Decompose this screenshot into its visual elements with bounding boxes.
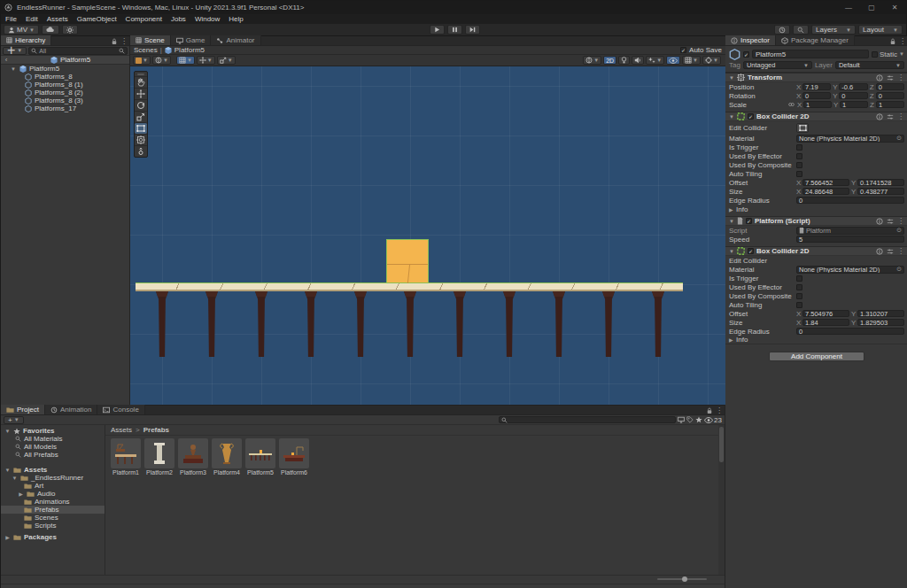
search-by-type-icon[interactable] <box>678 416 685 423</box>
tree-prefabs[interactable]: Prefabs <box>1 506 105 514</box>
tag-dropdown[interactable]: Untagged▼ <box>743 61 812 69</box>
menu-assets[interactable]: Assets <box>43 15 73 23</box>
platform-pillar[interactable] <box>205 291 218 357</box>
menu-help[interactable]: Help <box>224 15 247 23</box>
help-icon[interactable] <box>876 218 883 225</box>
menu-window[interactable]: Window <box>190 15 224 23</box>
tree-all-materials[interactable]: All Materials <box>1 435 105 443</box>
tab-console[interactable]: Console <box>97 405 144 414</box>
draw-mode-button[interactable]: ▼ <box>583 56 601 65</box>
layout-dropdown[interactable]: Layout▼ <box>858 25 903 35</box>
tree-favorites[interactable]: ▼Favorites <box>1 427 105 435</box>
is-trigger-checkbox[interactable] <box>796 275 802 282</box>
preset-icon[interactable] <box>887 113 894 120</box>
help-icon[interactable] <box>876 248 883 255</box>
used-by-composite-checkbox[interactable] <box>796 162 802 168</box>
tab-inspector[interactable]: Inspector <box>725 35 776 45</box>
material-object-field[interactable]: None (Physics Material 2D)⊙ <box>796 135 904 143</box>
offset-y-field[interactable]: 1.310207 <box>857 310 904 317</box>
play-button[interactable] <box>430 25 445 35</box>
platform-pillar[interactable] <box>255 291 267 357</box>
measure-button[interactable]: ▼ <box>217 56 236 65</box>
position-y-field[interactable]: -0.6 <box>839 83 867 90</box>
component-menu-icon[interactable]: ⋮ <box>897 217 904 225</box>
hierarchy-search-input[interactable]: All <box>28 47 128 55</box>
used-by-effector-checkbox[interactable] <box>796 153 802 159</box>
hierarchy-lock-icon[interactable] <box>112 38 117 45</box>
tree-all-models[interactable]: All Models <box>1 443 105 451</box>
pause-button[interactable] <box>447 25 462 35</box>
component-menu-icon[interactable]: ⋮ <box>897 74 904 81</box>
box-collider-1-header[interactable]: ▼ ✓ Box Collider 2D ⋮ <box>725 112 907 121</box>
project-lock-icon[interactable] <box>707 407 712 414</box>
platform-pillar[interactable] <box>156 291 168 357</box>
hierarchy-add-button[interactable]: +▼ <box>3 47 27 55</box>
hierarchy-item-platforms8-1[interactable]: Platforms_8 (1) <box>1 81 129 89</box>
view-hand-tool[interactable] <box>135 76 147 88</box>
breadcrumb-scenes[interactable]: Scenes <box>134 46 158 54</box>
hierarchy-menu-icon[interactable]: ⋮ <box>120 37 128 45</box>
scene-lighting-button[interactable] <box>618 56 630 65</box>
platform-pillar[interactable] <box>652 291 664 357</box>
offset-x-field[interactable]: 7.504976 <box>802 310 849 317</box>
scale-y-field[interactable]: 1 <box>840 101 868 108</box>
search-filter-icon[interactable] <box>119 48 125 54</box>
auto-tiling-checkbox[interactable] <box>796 302 802 308</box>
scale-tool[interactable] <box>135 111 147 122</box>
scale-z-field[interactable]: 1 <box>876 101 904 108</box>
info-foldout[interactable]: ▶Info <box>725 336 907 344</box>
inspector-lock-icon[interactable] <box>890 38 895 45</box>
platform-pillar[interactable] <box>404 291 416 357</box>
crate-object[interactable] <box>386 239 429 282</box>
search-by-label-icon[interactable] <box>686 416 694 423</box>
edge-radius-field[interactable]: 0 <box>796 197 904 204</box>
add-component-button[interactable]: Add Component <box>769 352 864 361</box>
menu-file[interactable]: File <box>1 15 21 23</box>
hidden-count-toggle[interactable]: 23 <box>704 416 722 424</box>
edge-radius-field[interactable]: 0 <box>796 328 904 335</box>
tree-assets[interactable]: ▼Assets <box>1 466 105 474</box>
tool-handle-rotation-button[interactable]: ▼ <box>152 56 171 65</box>
tool-handle-position-button[interactable]: ▼ <box>133 56 151 65</box>
layer-dropdown[interactable]: Default▼ <box>835 61 904 69</box>
menu-component[interactable]: Component <box>121 15 167 23</box>
asset-platform5[interactable]: Platform5 <box>244 438 276 476</box>
save-search-star-icon[interactable] <box>695 416 702 423</box>
gameobject-cube-icon[interactable] <box>729 49 740 60</box>
hierarchy-item-platforms8-2[interactable]: Platforms_8 (2) <box>1 89 129 97</box>
scale-x-field[interactable]: 1 <box>803 101 832 108</box>
grid-snapping-button[interactable]: ▼ <box>176 56 195 65</box>
scene-canvas[interactable] <box>130 66 725 405</box>
static-checkbox[interactable] <box>872 51 878 58</box>
scene-visibility-button[interactable] <box>666 56 680 65</box>
tab-package-manager[interactable]: Package Manager <box>776 35 855 45</box>
tree-scenes[interactable]: Scenes <box>1 514 105 522</box>
auto-save-checkbox[interactable]: ✓ <box>680 47 686 53</box>
grid-visual-button[interactable]: ▼ <box>682 56 701 65</box>
snap-increment-button[interactable]: ▼ <box>197 56 215 65</box>
breadcrumb-platform5[interactable]: Platform5 <box>174 46 205 54</box>
tree-packages[interactable]: ▶Packages <box>1 533 105 541</box>
material-object-field[interactable]: None (Physics Material 2D)⊙ <box>796 266 904 274</box>
menu-edit[interactable]: Edit <box>21 15 43 23</box>
offset-x-field[interactable]: 7.566452 <box>802 179 849 186</box>
rotate-tool[interactable] <box>135 99 147 111</box>
minimize-button[interactable]: — <box>837 1 860 14</box>
tree-endlessrunner[interactable]: ▼_EndlessRunner <box>1 474 105 482</box>
asset-platform3[interactable]: Platform3 <box>177 438 209 476</box>
scene-audio-button[interactable] <box>632 56 644 65</box>
project-search-input[interactable] <box>499 416 676 423</box>
custom-tool[interactable] <box>135 145 147 157</box>
platform-pillar[interactable] <box>602 291 615 357</box>
platform-pillar[interactable] <box>354 291 367 357</box>
rotation-x-field[interactable]: 0 <box>802 92 831 99</box>
component-enabled-checkbox[interactable]: ✓ <box>748 248 754 254</box>
transform-header[interactable]: ▼ Transform ⋮ <box>725 73 907 82</box>
undo-history-button[interactable] <box>774 25 790 35</box>
tab-hierarchy[interactable]: Hierarchy <box>1 35 51 45</box>
tab-project[interactable]: Project <box>1 405 45 414</box>
static-dropdown-icon[interactable]: ▼ <box>899 51 904 57</box>
used-by-effector-checkbox[interactable] <box>796 284 802 290</box>
help-icon[interactable] <box>876 74 883 81</box>
info-foldout[interactable]: ▶Info <box>725 205 907 213</box>
